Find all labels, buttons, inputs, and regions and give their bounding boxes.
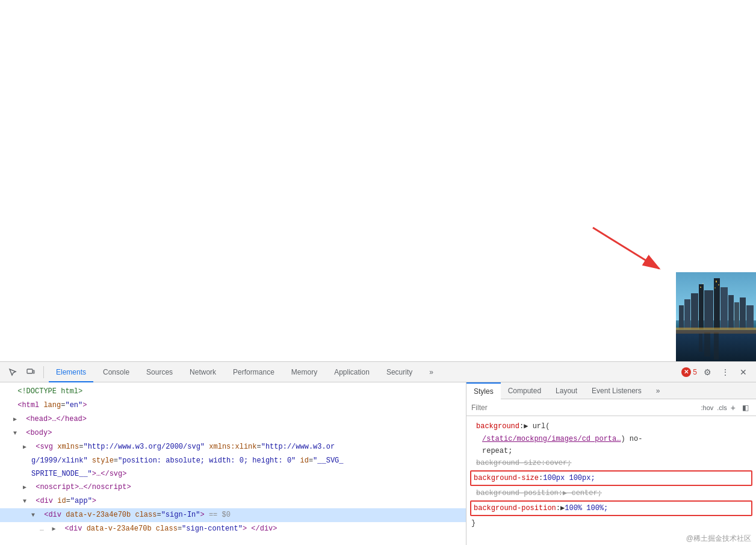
svg-rect-6 xyxy=(714,278,720,329)
svg-sprite-id: SPRITE_NODE__" xyxy=(31,470,92,478)
styles-tab-layout[interactable]: Layout xyxy=(548,382,584,399)
body-triangle[interactable]: ▼ xyxy=(13,428,22,440)
dom-svg-node-end[interactable]: SPRITE_NODE__">…</svg> xyxy=(0,467,466,481)
svg-rect-20 xyxy=(699,334,702,352)
styles-content: background: ▶ url( /static/mockpng/image… xyxy=(466,416,756,545)
tab-memory[interactable]: Memory xyxy=(284,362,324,382)
dom-app-div[interactable]: ▼ <div id="app"> xyxy=(0,494,466,508)
bgpos-100-name: background-position xyxy=(474,502,556,514)
html-lang-value: "en" xyxy=(65,401,82,410)
svg-rect-7 xyxy=(720,287,728,329)
svg-rect-5 xyxy=(704,290,713,329)
dom-signin-div[interactable]: ▼ <div data-v-23a4e70b class="sign-In"> … xyxy=(0,508,466,522)
svg-rect-12 xyxy=(716,281,717,282)
cls-filter-button[interactable]: .cls xyxy=(717,404,727,411)
tab-security[interactable]: Security xyxy=(379,362,420,382)
svg-rect-16 xyxy=(702,283,704,284)
style-bgpos-highlighted[interactable]: background-position: ▶ 100% 100%; xyxy=(470,500,752,516)
tab-elements[interactable]: Elements xyxy=(49,362,93,382)
dom-tree[interactable]: <!DOCTYPE html> <html lang="en"> ▶ <head… xyxy=(0,382,466,545)
styles-filter-input[interactable] xyxy=(471,403,698,412)
toggle-sidebar-icon[interactable]: ◧ xyxy=(739,402,751,414)
svg-rect-15 xyxy=(700,287,701,288)
doctype-triangle xyxy=(5,386,13,398)
styles-tab-more[interactable]: » xyxy=(649,382,668,399)
dots-indicator: … xyxy=(40,525,48,532)
head-triangle[interactable]: ▶ xyxy=(13,414,22,426)
bg-url-link[interactable]: /static/mockpng/images/cd_porta… xyxy=(482,434,621,444)
svg-line-24 xyxy=(593,228,659,269)
svg-tag: <svg xyxy=(36,443,57,451)
dom-html[interactable]: <html lang="en"> xyxy=(0,399,466,413)
html-lang-attr: lang xyxy=(43,401,61,410)
style-closing-brace: } xyxy=(466,517,756,529)
more-options-icon[interactable]: ⋮ xyxy=(717,364,733,380)
browser-content-area xyxy=(0,0,756,361)
dom-svg-node-cont[interactable]: g/1999/xlink" style="position: absolute;… xyxy=(0,454,466,467)
svg-rect-4 xyxy=(699,284,704,329)
svg-rect-14 xyxy=(714,287,716,288)
signcontent-triangle[interactable]: ▶ xyxy=(52,523,60,535)
cursor-icon[interactable] xyxy=(5,364,20,380)
signin-triangle[interactable]: ▼ xyxy=(31,509,40,522)
devtools-panel: Elements Console Sources Network Perform… xyxy=(0,361,756,545)
bg-no-repeat: ) no- xyxy=(621,434,642,444)
styles-tab-computed[interactable]: Computed xyxy=(501,382,548,399)
signin-tag: <div xyxy=(44,511,66,519)
bgpos-100-value: 100% 100%; xyxy=(565,502,608,514)
bgsize-cover-name: background-size xyxy=(476,458,541,469)
dom-signcontent-div[interactable]: … ▶ <div data-v-23a4e70b class="sign-con… xyxy=(0,522,466,536)
tab-application[interactable]: Application xyxy=(327,362,377,382)
svg-rect-22 xyxy=(676,330,756,334)
close-icon[interactable]: ✕ xyxy=(736,364,751,380)
bgsize-cover-val: cover; xyxy=(545,458,571,469)
html-tag-open: <html xyxy=(17,401,39,410)
style-background-url[interactable]: /static/mockpng/images/cd_porta…) no- xyxy=(466,433,756,445)
dom-svg-node[interactable]: ▶ <svg xmlns="http://www.w3.org/2000/svg… xyxy=(0,440,466,454)
svg-rect-9 xyxy=(734,302,739,329)
dom-head[interactable]: ▶ <head>…</head> xyxy=(0,413,466,426)
style-background-repeat[interactable]: repeat; xyxy=(466,445,756,457)
error-badge: ✕ 5 xyxy=(681,367,697,377)
head-tag: <head>…</head> xyxy=(26,415,87,423)
tab-performance[interactable]: Performance xyxy=(226,362,282,382)
styles-tab-styles[interactable]: Styles xyxy=(466,382,501,399)
tab-network[interactable]: Network xyxy=(182,362,223,382)
bg-colon: : xyxy=(519,420,524,432)
doctype-text: <!DOCTYPE html> xyxy=(17,387,82,396)
noscript-triangle[interactable]: ▶ xyxy=(23,482,31,494)
style-bgsize-cover[interactable]: background-size: cover; xyxy=(466,457,756,469)
devtools-styles-panel: Styles Computed Layout Event Listeners »… xyxy=(466,382,756,545)
tab-more[interactable]: » xyxy=(422,362,441,382)
settings-icon[interactable]: ⚙ xyxy=(699,364,715,380)
styles-filter-bar: :hov .cls + ◧ xyxy=(466,399,756,416)
style-background-property[interactable]: background: ▶ url( xyxy=(466,420,756,433)
responsive-icon[interactable] xyxy=(23,364,39,380)
dom-noscript[interactable]: ▶ <noscript>…</noscript> xyxy=(0,481,466,494)
svg-xlink-cont: g/1999/xlink" xyxy=(31,456,88,465)
error-icon: ✕ xyxy=(681,367,691,377)
styles-tab-event-listeners[interactable]: Event Listeners xyxy=(584,382,649,399)
bgpos-center-val: ▶ center; xyxy=(563,488,602,499)
bg-repeat-text: repeat; xyxy=(482,446,512,456)
svg-rect-19 xyxy=(714,332,719,360)
dom-doctype[interactable]: <!DOCTYPE html> xyxy=(0,385,466,399)
watermark: @稀土掘金技术社区 xyxy=(686,534,751,544)
dom-body[interactable]: ▼ <body> xyxy=(0,426,466,440)
error-count: 5 xyxy=(693,368,697,376)
tab-console[interactable]: Console xyxy=(96,362,137,382)
svg-rect-26 xyxy=(33,370,34,373)
tab-sources[interactable]: Sources xyxy=(139,362,180,382)
style-bgsize-highlighted[interactable]: background-size: 100px 100px; xyxy=(470,470,752,486)
svg-rect-2 xyxy=(684,299,690,329)
style-bgpos-center[interactable]: background-position: ▶ center; xyxy=(466,487,756,499)
svg-triangle[interactable]: ▶ xyxy=(23,441,31,453)
noscript-tag: <noscript>…</noscript> xyxy=(36,483,131,491)
svg-rect-21 xyxy=(704,332,710,357)
add-style-button[interactable]: + xyxy=(731,403,736,413)
pseudo-filter-button[interactable]: :hov xyxy=(701,404,714,411)
tab-divider xyxy=(43,366,44,378)
app-triangle[interactable]: ▼ xyxy=(23,496,31,508)
bgpos-arrow2: ▶ xyxy=(560,502,565,514)
devtools-toolbar: Elements Console Sources Network Perform… xyxy=(0,362,756,382)
